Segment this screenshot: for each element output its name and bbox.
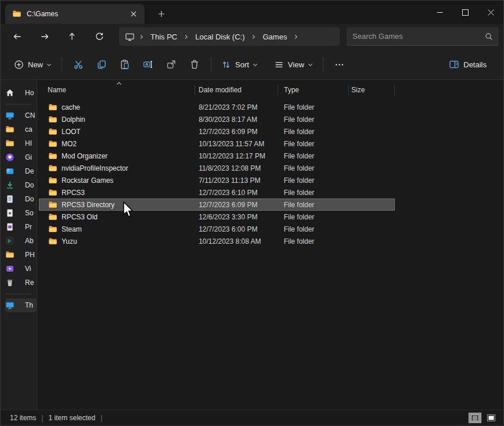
search-icon[interactable] bbox=[485, 33, 493, 41]
folder-icon bbox=[48, 200, 57, 210]
video-icon bbox=[5, 264, 15, 273]
more-options-button[interactable] bbox=[328, 54, 351, 75]
table-row[interactable]: Rockstar Games 7/11/2023 11:13 PM File f… bbox=[39, 174, 395, 186]
view-button[interactable]: View bbox=[269, 54, 318, 75]
thispc-icon bbox=[5, 301, 15, 310]
column-header-type[interactable]: Type bbox=[278, 85, 349, 95]
file-type: File folder bbox=[278, 103, 349, 111]
search-input[interactable] bbox=[352, 32, 485, 41]
item-count: 12 items bbox=[10, 414, 36, 422]
column-header-size[interactable]: Size bbox=[349, 85, 395, 95]
sidebar-item[interactable]: Do bbox=[5, 192, 37, 206]
chevron-down-icon bbox=[308, 62, 313, 67]
close-button[interactable] bbox=[478, 1, 503, 24]
folder-icon bbox=[48, 127, 57, 136]
file-date-modified: 12/7/2023 6:09 PM bbox=[195, 128, 278, 136]
table-row[interactable]: MO2 10/13/2023 11:57 AM File folder bbox=[39, 138, 395, 150]
folder-icon bbox=[5, 139, 15, 148]
share-button[interactable] bbox=[160, 54, 183, 75]
up-button[interactable] bbox=[62, 27, 82, 46]
file-name: cache bbox=[62, 103, 80, 111]
copy-button[interactable] bbox=[90, 54, 113, 75]
file-type: File folder bbox=[278, 201, 349, 209]
document-icon bbox=[5, 194, 15, 204]
back-button[interactable] bbox=[8, 27, 27, 46]
forward-button[interactable] bbox=[35, 27, 55, 46]
sidebar-item[interactable]: ca bbox=[5, 122, 37, 136]
sidebar-item[interactable]: Ab bbox=[5, 234, 37, 248]
desktop-icon bbox=[5, 167, 15, 176]
sidebar-item[interactable]: Vi bbox=[5, 262, 37, 276]
sidebar-divider bbox=[5, 104, 31, 104]
sidebar-item[interactable]: Pr bbox=[5, 220, 37, 234]
table-row[interactable]: cache 8/21/2023 7:02 PM File folder bbox=[39, 101, 395, 113]
file-type: File folder bbox=[278, 225, 349, 233]
rename-button[interactable] bbox=[136, 54, 160, 75]
table-row[interactable]: LOOT 12/7/2023 6:09 PM File folder bbox=[39, 125, 395, 138]
delete-button[interactable] bbox=[183, 54, 206, 75]
tab-cgames[interactable]: C:\Games bbox=[5, 4, 145, 24]
file-name: MO2 bbox=[62, 140, 77, 148]
sidebar-item[interactable]: Th bbox=[5, 298, 37, 312]
column-header-date-modified[interactable]: Date modified bbox=[195, 85, 278, 95]
cut-button[interactable] bbox=[67, 54, 90, 75]
table-row[interactable]: Dolphin 8/30/2023 8:17 AM File folder bbox=[39, 113, 395, 125]
table-row[interactable]: RPCS3 Old 12/6/2023 3:30 PM File folder bbox=[39, 211, 395, 223]
new-tab-button[interactable] bbox=[153, 5, 170, 23]
minimize-button[interactable] bbox=[427, 1, 452, 24]
file-type: File folder bbox=[278, 176, 349, 185]
sidebar-item[interactable]: HI bbox=[5, 136, 37, 150]
table-row[interactable]: Mod Organizer 10/12/2023 12:17 PM File f… bbox=[39, 150, 395, 162]
folder-icon bbox=[48, 115, 57, 124]
table-row[interactable]: RPCS3 Directory 12/7/2023 6:09 PM File f… bbox=[39, 198, 395, 211]
file-date-modified: 11/8/2023 12:08 PM bbox=[195, 164, 278, 172]
large-icons-view-icon bbox=[487, 414, 495, 421]
large-icons-view-toggle[interactable] bbox=[485, 413, 498, 423]
sidebar-item[interactable]: Do bbox=[5, 178, 37, 192]
file-date-modified: 10/12/2023 8:08 AM bbox=[195, 237, 278, 246]
details-view-icon bbox=[471, 414, 479, 421]
details-view-toggle[interactable] bbox=[469, 413, 481, 423]
chevron-right-icon bbox=[249, 34, 258, 39]
sort-button-label: Sort bbox=[235, 60, 249, 69]
breadcrumb-local-disk-c[interactable]: Local Disk (C:) bbox=[190, 31, 249, 43]
sidebar-item[interactable]: Re bbox=[5, 276, 37, 290]
table-row[interactable]: nvidiaProfileInspector 11/8/2023 12:08 P… bbox=[39, 162, 395, 174]
sidebar-item[interactable]: De bbox=[5, 164, 37, 178]
sidebar-item[interactable]: CN bbox=[5, 109, 37, 122]
table-row[interactable]: Steam 12/7/2023 6:00 PM File folder bbox=[39, 223, 395, 235]
chevron-down-icon bbox=[46, 62, 52, 67]
chevron-right-icon bbox=[137, 34, 146, 39]
sidebar-item[interactable]: PH bbox=[5, 248, 37, 262]
table-row[interactable]: Yuzu 10/12/2023 8:08 AM File folder bbox=[39, 235, 395, 247]
tab-close-button[interactable] bbox=[127, 8, 140, 20]
folder-icon bbox=[48, 176, 57, 185]
new-button[interactable]: New bbox=[9, 54, 57, 75]
file-explorer-window: C:\Games bbox=[0, 0, 504, 426]
breadcrumb-this-pc[interactable]: This PC bbox=[146, 31, 182, 43]
refresh-button[interactable] bbox=[89, 27, 109, 46]
file-type: File folder bbox=[278, 115, 349, 124]
details-pane-icon bbox=[449, 59, 459, 70]
sidebar-item[interactable]: So bbox=[5, 206, 37, 220]
ellipsis-icon bbox=[334, 60, 344, 70]
details-pane-button[interactable]: Details bbox=[444, 54, 495, 75]
file-name: nvidiaProfileInspector bbox=[62, 164, 128, 172]
properties-icon bbox=[5, 222, 15, 232]
view-toggles bbox=[469, 413, 498, 423]
table-row[interactable]: RPCS3 12/7/2023 6:10 PM File folder bbox=[39, 186, 395, 198]
status-divider: | bbox=[100, 414, 102, 422]
column-header-name[interactable]: Name bbox=[37, 85, 195, 95]
sidebar-item[interactable]: Ho bbox=[5, 86, 37, 100]
paste-button[interactable] bbox=[113, 54, 136, 75]
command-toolbar: New Sort View bbox=[1, 49, 503, 80]
breadcrumb-games[interactable]: Games bbox=[258, 31, 291, 43]
plus-circle-icon bbox=[14, 60, 24, 70]
folder-icon bbox=[48, 212, 57, 222]
sidebar-item[interactable]: Gi bbox=[5, 150, 37, 164]
folder-icon bbox=[48, 237, 57, 246]
folder-icon bbox=[48, 151, 57, 161]
file-date-modified: 10/12/2023 12:17 PM bbox=[195, 152, 278, 160]
maximize-button[interactable] bbox=[452, 1, 478, 24]
sort-button[interactable]: Sort bbox=[216, 54, 263, 75]
